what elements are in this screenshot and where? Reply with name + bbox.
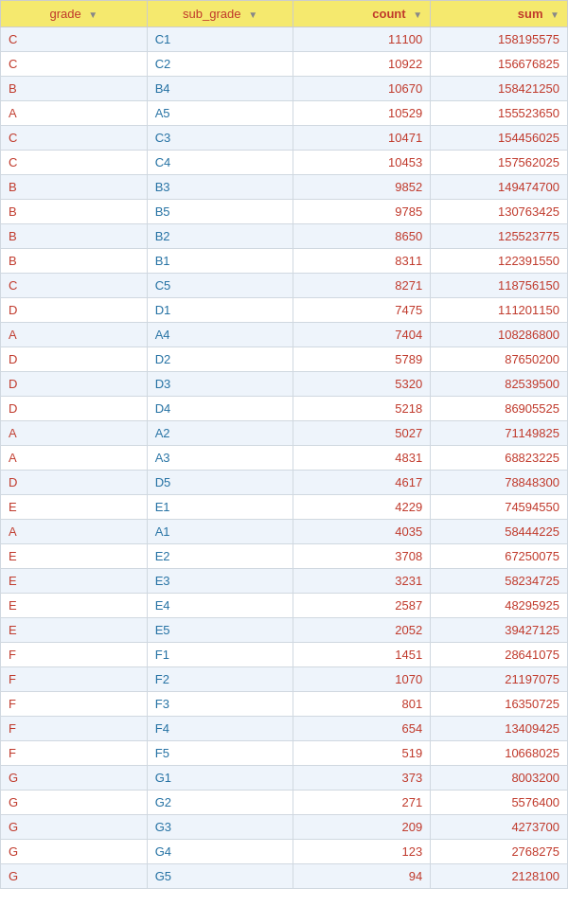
table-row: EE4258748295925 (1, 594, 568, 618)
cell-count: 5789 (293, 347, 431, 372)
cell-sum: 13409425 (431, 717, 568, 741)
cell-count: 209 (293, 815, 431, 840)
cell-grade: D (1, 298, 148, 323)
cell-grade: C (1, 27, 148, 52)
table-row: EE2370867250075 (1, 544, 568, 569)
cell-count: 7404 (293, 323, 431, 347)
cell-grade: B (1, 77, 148, 101)
cell-sum: 130763425 (431, 200, 568, 224)
cell-grade: A (1, 101, 148, 126)
cell-grade: B (1, 175, 148, 200)
cell-grade: D (1, 347, 148, 372)
table-row: EE3323158234725 (1, 569, 568, 594)
cell-sum: 111201150 (431, 298, 568, 323)
cell-grade: C (1, 126, 148, 151)
cell-sum: 154456025 (431, 126, 568, 151)
cell-count: 10670 (293, 77, 431, 101)
cell-sum: 2128100 (431, 864, 568, 889)
count-sort-icon[interactable]: ▼ (413, 9, 422, 20)
cell-subgrade: D2 (147, 347, 293, 372)
cell-grade: F (1, 717, 148, 741)
grade-sort-icon[interactable]: ▼ (88, 9, 98, 20)
cell-count: 94 (293, 864, 431, 889)
cell-count: 9852 (293, 175, 431, 200)
cell-grade: G (1, 840, 148, 864)
cell-count: 7475 (293, 298, 431, 323)
table-row: DD17475111201150 (1, 298, 568, 323)
cell-subgrade: D4 (147, 397, 293, 421)
cell-grade: D (1, 471, 148, 495)
count-label: count (372, 7, 405, 21)
table-row: FF551910668025 (1, 741, 568, 766)
cell-sum: 125523775 (431, 224, 568, 249)
cell-sum: 74594550 (431, 495, 568, 520)
cell-grade: E (1, 618, 148, 643)
grade-label: grade (49, 7, 80, 21)
cell-grade: F (1, 667, 148, 692)
cell-subgrade: A3 (147, 446, 293, 471)
cell-grade: C (1, 274, 148, 298)
table-row: CC111100158195575 (1, 27, 568, 52)
cell-grade: D (1, 372, 148, 397)
header-subgrade[interactable]: sub_grade ▼ (147, 1, 293, 27)
table-row: AA47404108286800 (1, 323, 568, 347)
cell-sum: 5576400 (431, 791, 568, 815)
cell-sum: 39427125 (431, 618, 568, 643)
cell-sum: 8003200 (431, 766, 568, 791)
cell-count: 4831 (293, 446, 431, 471)
cell-count: 5218 (293, 397, 431, 421)
cell-subgrade: F4 (147, 717, 293, 741)
table-row: AA510529155523650 (1, 101, 568, 126)
cell-count: 519 (293, 741, 431, 766)
cell-subgrade: A1 (147, 520, 293, 544)
cell-count: 4617 (293, 471, 431, 495)
cell-grade: F (1, 741, 148, 766)
cell-grade: E (1, 495, 148, 520)
cell-subgrade: C1 (147, 27, 293, 52)
cell-sum: 157562025 (431, 151, 568, 175)
cell-grade: G (1, 791, 148, 815)
table-row: BB28650125523775 (1, 224, 568, 249)
sum-sort-icon[interactable]: ▼ (550, 9, 559, 20)
table-row: BB410670158421250 (1, 77, 568, 101)
cell-count: 3708 (293, 544, 431, 569)
cell-count: 4035 (293, 520, 431, 544)
cell-grade: F (1, 643, 148, 667)
cell-sum: 67250075 (431, 544, 568, 569)
table-row: CC410453157562025 (1, 151, 568, 175)
cell-count: 5320 (293, 372, 431, 397)
cell-count: 8311 (293, 249, 431, 274)
cell-subgrade: D1 (147, 298, 293, 323)
cell-grade: D (1, 397, 148, 421)
cell-subgrade: F5 (147, 741, 293, 766)
cell-subgrade: B2 (147, 224, 293, 249)
table-row: FF2107021197075 (1, 667, 568, 692)
cell-sum: 2768275 (431, 840, 568, 864)
cell-subgrade: E3 (147, 569, 293, 594)
cell-grade: B (1, 249, 148, 274)
data-table: grade ▼ sub_grade ▼ count ▼ sum ▼ CC1111… (0, 0, 568, 889)
table-row: BB39852149474700 (1, 175, 568, 200)
table-row: GG22715576400 (1, 791, 568, 815)
header-count[interactable]: count ▼ (293, 1, 431, 27)
table-row: AA1403558444225 (1, 520, 568, 544)
cell-subgrade: C3 (147, 126, 293, 151)
cell-subgrade: F2 (147, 667, 293, 692)
cell-grade: E (1, 594, 148, 618)
subgrade-sort-icon[interactable]: ▼ (248, 9, 257, 20)
header-grade[interactable]: grade ▼ (1, 1, 148, 27)
cell-sum: 156676825 (431, 52, 568, 77)
cell-count: 10529 (293, 101, 431, 126)
cell-sum: 155523650 (431, 101, 568, 126)
table-row: BB59785130763425 (1, 200, 568, 224)
cell-count: 801 (293, 692, 431, 717)
cell-subgrade: E2 (147, 544, 293, 569)
cell-sum: 16350725 (431, 692, 568, 717)
cell-subgrade: F1 (147, 643, 293, 667)
header-sum[interactable]: sum ▼ (431, 1, 568, 27)
table-row: DD2578987650200 (1, 347, 568, 372)
cell-subgrade: G5 (147, 864, 293, 889)
cell-sum: 78848300 (431, 471, 568, 495)
cell-grade: C (1, 52, 148, 77)
cell-sum: 58234725 (431, 569, 568, 594)
